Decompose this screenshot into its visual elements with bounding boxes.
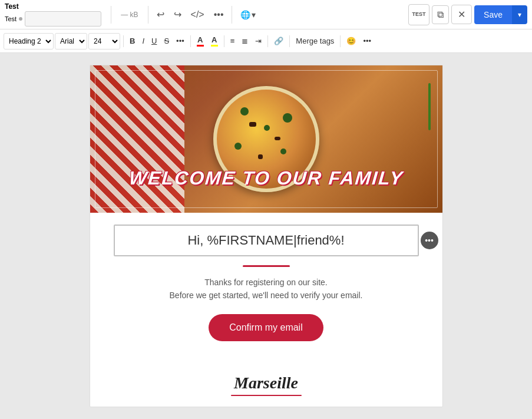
save-dropdown-button[interactable]: ▾ — [512, 5, 527, 24]
save-button-group: Save ▾ — [474, 5, 527, 24]
undo-button[interactable]: ↩ — [153, 6, 168, 22]
app-title-line2: Test — [5, 11, 101, 27]
indent-button[interactable]: ⇥ — [252, 33, 265, 50]
language-button[interactable]: 🌐 ▾ — [237, 8, 259, 22]
hero-text: WELCOME TO OUR FAMILY — [90, 167, 442, 189]
separator — [340, 35, 341, 47]
align-button[interactable]: ≡ — [227, 33, 238, 50]
topping-3 — [234, 143, 242, 150]
bg-color-indicator: A — [211, 35, 218, 47]
separator — [190, 35, 191, 47]
topping-dark-3 — [258, 154, 263, 159]
font-color-button[interactable]: A — [194, 34, 207, 48]
bg-color-bar — [211, 45, 218, 47]
globe-icon: 🌐 — [240, 10, 250, 19]
unsaved-indicator — [19, 17, 22, 21]
close-icon: ✕ — [458, 9, 465, 19]
signature-underline — [231, 395, 302, 396]
signature-text: Marseille — [114, 374, 419, 392]
topping-dark-1 — [249, 122, 256, 127]
code-view-button[interactable]: </> — [187, 7, 208, 22]
font-select[interactable]: Arial — [55, 33, 87, 50]
bg-color-button[interactable]: A — [208, 34, 221, 48]
font-color-indicator: A — [197, 35, 204, 47]
separator — [224, 35, 224, 47]
body-line2: Before we get started, we'll need to ver… — [114, 289, 419, 302]
line-spacing-button[interactable]: ≣ — [239, 33, 251, 50]
content-section: Hi, %FIRSTNAME|friend%! ••• Thanks for r… — [90, 213, 442, 368]
copy-icon: ⧉ — [437, 9, 444, 19]
body-text-block: Thanks for registering on our site. Befo… — [114, 276, 419, 302]
email-preview: WELCOME TO OUR FAMILY Hi, %FIRSTNAME|fri… — [90, 65, 443, 407]
tablecloth-decoration — [90, 65, 184, 213]
merge-tags-button[interactable]: Merge tags — [293, 33, 337, 50]
topping-2 — [264, 125, 270, 131]
topping-dark-2 — [275, 137, 280, 140]
hero-image-block[interactable]: WELCOME TO OUR FAMILY — [90, 65, 442, 213]
save-button[interactable]: Save — [474, 5, 512, 24]
separator — [111, 6, 111, 24]
topping-4 — [283, 113, 292, 123]
document-title-input[interactable] — [25, 11, 101, 27]
separator — [267, 35, 268, 47]
cta-container: Confirm my email — [114, 314, 419, 341]
extra-options-button[interactable]: ••• — [360, 33, 374, 50]
top-toolbar: Test Test — kB ↩ ↪ </> ••• 🌐 ▾ TEST ⧉ ✕ … — [0, 0, 532, 29]
main-canvas: WELCOME TO OUR FAMILY Hi, %FIRSTNAME|fri… — [0, 53, 532, 419]
italic-button[interactable]: I — [139, 33, 147, 50]
more-text-button[interactable]: ••• — [173, 33, 187, 50]
bold-button[interactable]: B — [127, 33, 138, 50]
test-button[interactable]: TEST — [408, 4, 429, 25]
test-label: TEST — [412, 11, 426, 18]
separator — [232, 6, 232, 24]
app-title: Test Test — [5, 2, 106, 27]
separator — [123, 35, 124, 47]
cta-button[interactable]: Confirm my email — [209, 314, 323, 341]
app-title-line1: Test — [5, 2, 101, 12]
more-options-button[interactable]: ••• — [210, 7, 227, 22]
format-toolbar: Heading 2 Arial 24 B I U S ••• A A ≡ ≣ ⇥… — [0, 29, 532, 53]
accent-underline — [243, 265, 290, 267]
underline-button[interactable]: U — [148, 33, 160, 50]
separator — [289, 35, 290, 47]
file-size-label: — kB — [121, 11, 138, 19]
structure-row: Structure — [90, 408, 442, 419]
rosemary-decoration — [428, 83, 431, 130]
separator — [148, 6, 148, 24]
font-color-bar — [197, 45, 204, 47]
close-button[interactable]: ✕ — [451, 5, 472, 24]
topping-1 — [240, 107, 249, 116]
globe-arrow-icon: ▾ — [252, 10, 256, 19]
font-size-select[interactable]: 24 — [88, 33, 120, 50]
greeting-text: Hi, %FIRSTNAME|friend%! — [187, 233, 344, 248]
block-more-button[interactable]: ••• — [421, 232, 438, 249]
topping-5 — [280, 149, 286, 154]
body-line1: Thanks for registering on our site. — [114, 276, 419, 289]
heading-select[interactable]: Heading 2 — [4, 33, 54, 50]
link-button[interactable]: 🔗 — [271, 33, 286, 50]
strikethrough-button[interactable]: S — [161, 33, 172, 50]
copy-button[interactable]: ⧉ — [432, 5, 449, 24]
signature-section: Marseille — [90, 368, 442, 408]
emoji-button[interactable]: 😊 — [343, 33, 359, 50]
greeting-block[interactable]: Hi, %FIRSTNAME|friend%! ••• — [114, 225, 419, 256]
redo-button[interactable]: ↪ — [170, 6, 185, 22]
